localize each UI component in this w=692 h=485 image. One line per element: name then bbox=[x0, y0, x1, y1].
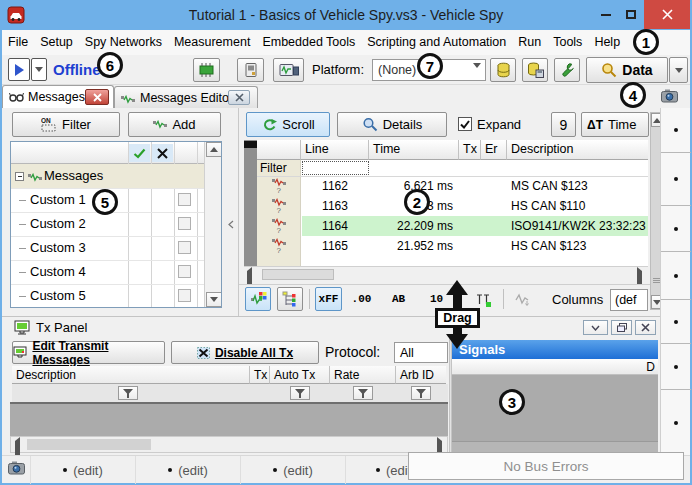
enable-all-button[interactable] bbox=[129, 144, 150, 162]
status-edit-slot[interactable]: (edit) bbox=[135, 456, 240, 484]
capture-camera-icon[interactable] bbox=[8, 460, 25, 478]
rate-filter-funnel-icon[interactable] bbox=[353, 386, 373, 400]
column-header-icon[interactable] bbox=[257, 140, 301, 160]
scroll-left-icon[interactable] bbox=[15, 441, 20, 456]
description-filter-funnel-icon[interactable] bbox=[118, 386, 138, 400]
tab-messages[interactable]: Messages bbox=[2, 85, 114, 108]
tab-messages-editor-close-button[interactable] bbox=[228, 90, 250, 105]
tx-column-tx[interactable]: Tx bbox=[250, 366, 270, 384]
edit-transmit-messages-button[interactable]: Edit Transmit Messages bbox=[12, 341, 165, 364]
maximize-button[interactable] bbox=[619, 0, 643, 29]
tx-column-arbid[interactable]: Arb ID bbox=[396, 366, 446, 384]
column-header-time[interactable]: Time bbox=[369, 140, 459, 160]
database-save-button[interactable] bbox=[522, 58, 548, 82]
tree-row-custom2[interactable]: Custom 2 bbox=[11, 212, 204, 236]
menu-help[interactable]: Help bbox=[588, 30, 626, 55]
scroll-button[interactable]: Scroll bbox=[246, 112, 330, 137]
run-options-dropdown[interactable] bbox=[31, 58, 47, 81]
custom5-checkbox[interactable] bbox=[178, 289, 191, 302]
dock-tab[interactable] bbox=[661, 300, 691, 344]
tab-messages-editor[interactable]: Messages Editor bbox=[114, 86, 258, 108]
columns-select[interactable]: (def bbox=[610, 289, 648, 311]
tx-column-rate[interactable]: Rate bbox=[330, 366, 396, 384]
memory-card-button[interactable] bbox=[237, 58, 264, 82]
format-hex-button[interactable]: xFF bbox=[315, 287, 342, 311]
scroll-thumb[interactable] bbox=[262, 269, 334, 280]
menu-setup[interactable]: Setup bbox=[34, 30, 79, 55]
dock-tab[interactable] bbox=[661, 344, 691, 390]
tree-row-custom3[interactable]: Custom 3 bbox=[11, 236, 204, 260]
menu-scripting-automation[interactable]: Scripting and Automation bbox=[361, 30, 512, 55]
custom1-checkbox[interactable] bbox=[178, 193, 191, 206]
menu-file[interactable]: File bbox=[2, 30, 34, 55]
network-view-button[interactable] bbox=[277, 287, 303, 311]
tree-row-messages[interactable]: Messages bbox=[11, 164, 204, 188]
menu-tools[interactable]: Tools bbox=[547, 30, 588, 55]
group-digits-button[interactable]: 9 bbox=[551, 112, 576, 137]
logger-button[interactable] bbox=[273, 58, 304, 82]
menu-embedded-tools[interactable]: Embedded Tools bbox=[256, 30, 361, 55]
scroll-thumb[interactable] bbox=[27, 439, 151, 450]
filter-tree-scrollbar[interactable] bbox=[204, 142, 221, 307]
tree-row-custom4[interactable]: Custom 4 bbox=[11, 260, 204, 284]
autotx-filter-funnel-icon[interactable] bbox=[290, 386, 310, 400]
tx-panel-collapse-button[interactable] bbox=[583, 320, 608, 335]
sort-signals-button[interactable] bbox=[510, 287, 536, 311]
status-edit-slot[interactable]: (edit) bbox=[30, 456, 135, 484]
dock-tab[interactable] bbox=[661, 153, 691, 206]
signal-view-button[interactable] bbox=[245, 287, 271, 311]
custom4-checkbox[interactable] bbox=[178, 265, 191, 278]
custom3-checkbox[interactable] bbox=[178, 241, 191, 254]
dock-tab[interactable] bbox=[661, 108, 691, 153]
tx-panel-restore-button[interactable] bbox=[611, 320, 632, 335]
custom2-checkbox[interactable] bbox=[178, 217, 191, 230]
ecu-button[interactable] bbox=[193, 58, 220, 82]
close-button[interactable] bbox=[644, 0, 690, 29]
format-decimal-button[interactable]: .00 bbox=[348, 287, 375, 311]
expand-checkbox-label[interactable]: Expand bbox=[477, 112, 521, 137]
data-dropdown[interactable] bbox=[669, 57, 688, 83]
tx-column-autotx[interactable]: Auto Tx bbox=[270, 366, 330, 384]
filter-line-cell[interactable] bbox=[302, 161, 369, 175]
collapse-expander-icon[interactable] bbox=[15, 172, 24, 181]
panel-splitter[interactable] bbox=[224, 141, 237, 308]
message-row[interactable]: ? 1162 6.621 ms MS CAN $123 bbox=[257, 176, 648, 196]
tx-column-description[interactable]: Description bbox=[12, 366, 250, 384]
scroll-up-button[interactable] bbox=[206, 142, 222, 157]
run-button[interactable] bbox=[8, 58, 30, 81]
details-button[interactable]: Details bbox=[337, 112, 447, 137]
arbid-filter-funnel-icon[interactable] bbox=[411, 386, 431, 400]
tx-panel-close-button[interactable] bbox=[635, 320, 656, 335]
scroll-down-button[interactable] bbox=[206, 292, 222, 307]
column-header-line[interactable]: Line bbox=[301, 140, 369, 160]
protocol-select[interactable]: All bbox=[394, 342, 448, 363]
tab-messages-close-button[interactable] bbox=[85, 89, 109, 105]
message-row[interactable]: ? 1163 3 ms HS CAN $110 bbox=[257, 196, 648, 216]
data-button[interactable]: Data bbox=[586, 57, 668, 83]
tx-hscrollbar[interactable] bbox=[10, 436, 448, 453]
dock-tab[interactable] bbox=[661, 390, 691, 455]
filter-button[interactable]: ON Filter bbox=[12, 112, 120, 137]
message-row-highlighted[interactable]: ? 1164 22.209 ms ISO9141/KW2K 23:32:23 bbox=[257, 216, 648, 236]
column-header-er[interactable]: Er bbox=[481, 140, 507, 160]
status-edit-slot[interactable]: (edit) bbox=[240, 456, 345, 484]
signals-column-header[interactable]: D bbox=[452, 359, 658, 375]
dock-tab[interactable] bbox=[661, 206, 691, 252]
disable-all-button[interactable] bbox=[152, 144, 173, 162]
menu-measurement[interactable]: Measurement bbox=[168, 30, 256, 55]
dock-tab[interactable] bbox=[661, 252, 691, 300]
column-header-tx[interactable]: Tx bbox=[459, 140, 481, 160]
time-mode-button[interactable]: ΔT Time bbox=[581, 112, 649, 137]
menu-run[interactable]: Run bbox=[512, 30, 547, 55]
capture-camera-icon[interactable] bbox=[661, 88, 678, 106]
database-button[interactable] bbox=[490, 58, 516, 82]
message-row[interactable]: ? 1165 21.952 ms HS CAN $123 bbox=[257, 236, 648, 256]
expand-checkbox[interactable] bbox=[458, 117, 472, 131]
tools-wrench-button[interactable] bbox=[554, 58, 580, 82]
add-button[interactable]: Add bbox=[128, 112, 221, 137]
column-header-description[interactable]: Description bbox=[507, 140, 648, 160]
menu-spy-networks[interactable]: Spy Networks bbox=[79, 30, 168, 55]
tree-row-custom5[interactable]: Custom 5 bbox=[11, 284, 204, 308]
minimize-button[interactable] bbox=[594, 0, 618, 29]
format-ascii-button[interactable]: AB bbox=[385, 287, 412, 311]
